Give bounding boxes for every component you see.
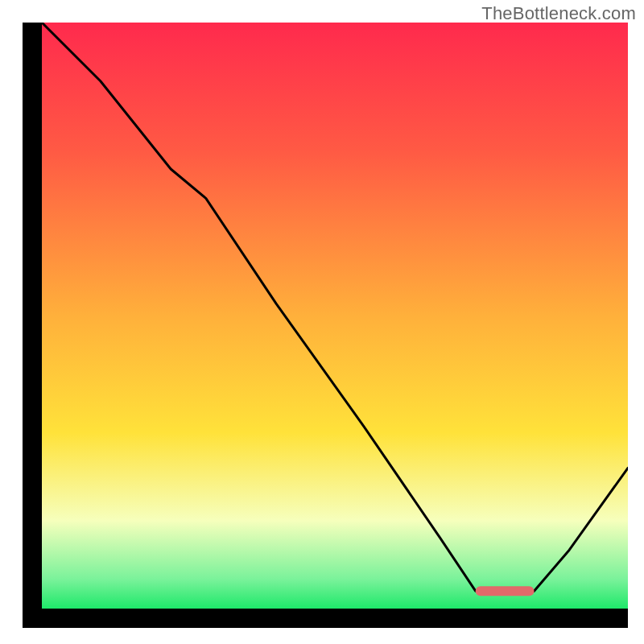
x-axis [23, 609, 628, 628]
gradient-background [42, 23, 628, 609]
chart-frame: TheBottleneck.com [0, 0, 644, 644]
chart-svg [23, 23, 628, 628]
y-axis [23, 23, 42, 628]
watermark-text: TheBottleneck.com [481, 3, 636, 24]
optimum-marker [476, 586, 535, 596]
plot-area [23, 23, 628, 628]
